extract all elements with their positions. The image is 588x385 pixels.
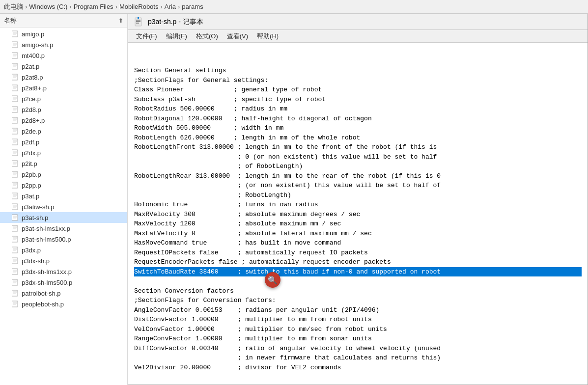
file-name: p3dx.p: [22, 247, 41, 254]
content-line: Class Pioneer ; general type of robot: [134, 85, 582, 95]
file-item[interactable]: p2pb.p: [0, 169, 127, 180]
menu-help[interactable]: 帮助(H): [253, 31, 282, 42]
file-item[interactable]: p2at8+.p: [0, 82, 127, 93]
notepad-menubar: 文件(F) 编辑(E) 格式(O) 查看(V) 帮助(H): [128, 30, 588, 43]
content-line: MaxRVelocity 300 ; absolute maximum degr…: [134, 210, 582, 220]
menu-view[interactable]: 查看(V): [223, 31, 252, 42]
file-item[interactable]: p3at.p: [0, 191, 127, 201]
breadcrumb-sep-2: ›: [115, 3, 117, 10]
file-icon: [12, 182, 20, 189]
menu-file[interactable]: 文件(F): [132, 31, 161, 42]
file-item[interactable]: p2at8.p: [0, 72, 127, 82]
svg-rect-80: [12, 204, 18, 210]
file-item[interactable]: peoplebot-sh.p: [0, 299, 127, 309]
svg-rect-55: [12, 150, 18, 156]
content-line: ; of RobotLength): [134, 162, 582, 171]
file-item[interactable]: p3atiw-sh.p: [0, 201, 127, 212]
svg-rect-35: [12, 107, 18, 112]
breadcrumb-part-5[interactable]: params: [182, 3, 203, 10]
file-item[interactable]: p2dx.p: [0, 147, 127, 158]
search-icon: 🔍: [268, 275, 278, 285]
content-line: RequestIOPackets false ; automatically r…: [134, 248, 582, 258]
file-item[interactable]: p2d8.p: [0, 104, 127, 115]
file-name: p2d8.p: [22, 106, 41, 113]
file-item[interactable]: p3dx-sh-lms1xx.p: [0, 266, 127, 277]
breadcrumb-part-0[interactable]: 此电脑: [4, 2, 23, 11]
svg-rect-90: [12, 225, 18, 231]
content-line: ; (or non existent) this value will be s…: [134, 181, 582, 191]
file-item[interactable]: p2pp.p: [0, 180, 127, 191]
content-line: Section Conversion factors: [134, 286, 582, 296]
sort-icon[interactable]: ⬆: [118, 17, 123, 24]
file-icon: [12, 247, 20, 253]
file-item[interactable]: p2d8+.p: [0, 115, 127, 126]
svg-rect-20: [12, 74, 18, 80]
file-item[interactable]: p2ce.p: [0, 93, 127, 104]
file-name: patrolbot-sh.p: [22, 290, 61, 297]
menu-format[interactable]: 格式(O): [192, 31, 222, 42]
file-name: p3at.p: [22, 192, 39, 200]
file-icon: [12, 52, 20, 59]
file-icon: [12, 236, 20, 243]
file-item[interactable]: p3dx-sh.p: [0, 255, 127, 266]
svg-rect-131: [138, 17, 139, 19]
svg-rect-100: [12, 247, 18, 253]
file-icon: [12, 84, 20, 91]
file-item[interactable]: p2at.p: [0, 61, 127, 72]
file-icon: [12, 192, 20, 199]
content-line: ;SectionFlags for Conversion factors:: [134, 296, 582, 305]
file-name: p2at8+.p: [22, 84, 47, 92]
file-name: p2pp.p: [22, 182, 41, 189]
svg-rect-115: [12, 279, 18, 285]
file-item[interactable]: p3at-sh-lms1xx.p: [0, 223, 127, 234]
svg-rect-5: [12, 42, 18, 48]
file-name: p3at-sh-lms500.p: [22, 236, 71, 243]
file-icon: [12, 63, 20, 70]
svg-rect-65: [12, 171, 18, 177]
breadcrumb-part-1[interactable]: Windows (C:): [29, 3, 67, 10]
notepad-content-area[interactable]: Section General settings;SectionFlags fo…: [128, 43, 588, 385]
content-line: [134, 276, 582, 286]
content-line: DiffConvFactor 0.00340 ; ratio of angula…: [134, 344, 582, 354]
file-item[interactable]: p3at-sh-lms500.p: [0, 234, 127, 245]
svg-rect-75: [12, 193, 18, 199]
svg-rect-15: [12, 63, 18, 69]
content-line: ; RobotLength): [134, 191, 582, 200]
file-name: p2at8.p: [22, 74, 43, 81]
file-icon: [12, 149, 20, 156]
file-item[interactable]: p2de.p: [0, 126, 127, 137]
file-icon: [12, 41, 20, 48]
file-item[interactable]: p3at-sh.p: [0, 212, 127, 223]
content-line: Section General settings: [134, 66, 582, 76]
breadcrumb-part-4[interactable]: Aria: [165, 3, 176, 10]
file-item[interactable]: p3dx.p: [0, 245, 127, 255]
breadcrumb-bar: 此电脑 › Windows (C:) › Program Files › Mob…: [0, 0, 588, 14]
content-line: AngleConvFactor 0.00153 ; radians per an…: [134, 305, 582, 315]
content-line: Vel2Divisor 20.00000 ; divisor for VEL2 …: [134, 363, 582, 373]
content-line: ; 0 (or non existent) this value will be…: [134, 152, 582, 162]
file-item[interactable]: mt400.p: [0, 50, 127, 61]
file-name: p3atiw-sh.p: [22, 203, 54, 211]
file-icon: [12, 279, 20, 286]
file-icon: [12, 290, 20, 297]
breadcrumb-part-3[interactable]: MobileRobots: [119, 3, 159, 10]
file-item[interactable]: amigo-sh.p: [0, 39, 127, 50]
search-circle-overlay[interactable]: 🔍: [265, 272, 280, 288]
content-line: RangeConvFactor 1.00000 ; multiplier to …: [134, 334, 582, 344]
file-item[interactable]: p2it.p: [0, 158, 127, 169]
file-item[interactable]: patrolbot-sh.p: [0, 288, 127, 299]
file-item[interactable]: p2df.p: [0, 137, 127, 147]
file-name: p2d8+.p: [22, 117, 45, 124]
file-name: p3at-sh.p: [22, 214, 48, 221]
file-icon: [12, 257, 20, 264]
file-name: p3dx-sh-lms1xx.p: [22, 268, 72, 275]
svg-rect-95: [12, 236, 18, 242]
file-item[interactable]: p3dx-sh-lms500.p: [0, 277, 127, 288]
file-icon: [12, 160, 20, 167]
file-name: amigo-sh.p: [22, 41, 53, 49]
file-name: p2de.p: [22, 128, 41, 135]
file-item[interactable]: amigo.p: [0, 28, 127, 39]
menu-edit[interactable]: 编辑(E): [162, 31, 191, 42]
file-name: peoplebot-sh.p: [22, 301, 64, 308]
breadcrumb-part-2[interactable]: Program Files: [74, 3, 113, 10]
